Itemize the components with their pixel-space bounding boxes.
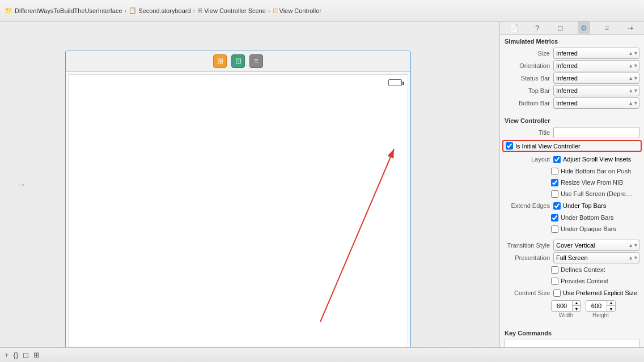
use-preferred-checkbox[interactable] [553, 289, 561, 297]
bottom-code-btn[interactable]: {} [14, 351, 19, 359]
topbar-row: Top Bar Inferred ▲▼ [500, 84, 644, 97]
resize-view-checkbox[interactable] [551, 179, 558, 186]
breadcrumb-folder[interactable]: 📁 DifferentWaysToBuildTheUserInterface [5, 7, 122, 15]
size-select-wrapper[interactable]: Inferred ▲▼ [553, 48, 639, 59]
simulated-metrics-header: Simulated Metrics [500, 35, 644, 47]
topbar-label: Top Bar [505, 87, 550, 94]
bottom-icons-left: + {} ◻ ⊞ [5, 351, 40, 359]
under-top-bars-row: Under Top Bars [553, 202, 606, 210]
scene-icon: ⊞ [197, 7, 202, 14]
content-size-label-row: Content Size Use Preferred Explicit Size [500, 287, 644, 299]
topbar-select-wrapper[interactable]: Inferred ▲▼ [553, 85, 639, 96]
breadcrumb-scene[interactable]: ⊞ View Controller Scene [197, 7, 266, 14]
full-screen-checkbox[interactable] [551, 190, 558, 198]
provides-context-checkbox[interactable] [551, 278, 558, 285]
presentation-select[interactable]: Full Screen [553, 252, 639, 263]
file-panel-btn[interactable]: 📄 [508, 22, 520, 34]
bottombar-select-wrapper[interactable]: Inferred ▲▼ [553, 97, 639, 109]
full-screen-label: Use Full Screen (Depre… [561, 190, 632, 197]
canvas-btn-gray[interactable]: ≡ [249, 54, 263, 68]
height-spinner-btns: ▲ ▼ [607, 300, 615, 312]
height-spinner-item: ▲ ▼ Height [586, 300, 616, 318]
size-row: Size Inferred ▲▼ [500, 47, 644, 59]
size-select[interactable]: Inferred [553, 48, 639, 59]
vc-section-header: View Controller [500, 114, 644, 126]
bottombar-select[interactable]: Inferred [553, 97, 639, 109]
right-panel: 📄 ? □ ⚙ ≡ ⇢ Simulated Metrics Size Infer… [499, 22, 644, 347]
defines-context-label: Defines Context [561, 266, 605, 273]
breadcrumb-sep-3: › [268, 7, 270, 14]
statusbar-select[interactable]: Inferred [553, 73, 639, 84]
breadcrumb-scene-label: View Controller Scene [204, 7, 266, 14]
width-up-btn[interactable]: ▲ [573, 300, 581, 306]
width-spinner-btns: ▲ ▼ [572, 300, 581, 312]
hide-bottom-bar-checkbox[interactable] [551, 168, 558, 175]
presentation-select-wrapper[interactable]: Full Screen ▲▼ [553, 252, 639, 263]
defines-context-checkbox[interactable] [551, 266, 558, 274]
width-input[interactable] [552, 303, 572, 309]
bottom-square-btn[interactable]: ◻ [23, 351, 29, 359]
transition-style-label: Transition Style [505, 242, 550, 249]
height-spinner-box[interactable]: ▲ ▼ [586, 300, 616, 312]
content-size-label: Content Size [505, 289, 550, 296]
breadcrumb-folder-label: DifferentWaysToBuildTheUserInterface [15, 7, 122, 14]
bottom-toolbar: + {} ◻ ⊞ [0, 347, 644, 362]
transition-style-select-wrapper[interactable]: Cover Vertical ▲▼ [553, 240, 639, 251]
orientation-select[interactable]: Inferred [553, 60, 639, 71]
height-up-btn[interactable]: ▲ [607, 300, 615, 306]
main-area: → ⊞ ⊡ ≡ [0, 22, 644, 347]
breadcrumb-storyboard[interactable]: 📋 Second.storyboard [129, 7, 190, 14]
orientation-label: Orientation [505, 62, 550, 69]
adjust-scroll-checkbox[interactable] [553, 156, 561, 163]
height-down-btn[interactable]: ▼ [607, 306, 615, 312]
canvas-inner [68, 74, 408, 347]
storyboard-icon: 📋 [129, 7, 137, 14]
bottom-add-btn[interactable]: + [5, 351, 9, 359]
extend-edges-label-row: Extend Edges Under Top Bars [500, 199, 644, 212]
attributes-panel-btn[interactable]: ⚙ [578, 22, 590, 34]
resize-view-row: Resize View From NIB [500, 177, 644, 188]
connections-panel-btn[interactable]: ⇢ [624, 22, 637, 34]
statusbar-label: Status Bar [505, 75, 550, 82]
size-label: Size [505, 50, 550, 57]
width-spinner-item: ▲ ▼ Width [551, 300, 581, 318]
breadcrumb-storyboard-label: Second.storyboard [138, 7, 190, 14]
topbar-select[interactable]: Inferred [553, 85, 639, 96]
transition-style-select[interactable]: Cover Vertical [553, 240, 639, 251]
layout-label-row: Layout Adjust Scroll View Insets [500, 153, 644, 165]
breadcrumb-sep-1: › [125, 7, 127, 14]
breadcrumb-vc[interactable]: ⊡ View Controller [273, 7, 321, 14]
height-input[interactable] [586, 303, 607, 309]
title-input[interactable] [553, 127, 639, 138]
width-down-btn[interactable]: ▼ [573, 306, 581, 312]
under-bottom-bars-checkbox[interactable] [551, 214, 558, 222]
storyboard-canvas[interactable]: ⊞ ⊡ ≡ [65, 50, 411, 347]
bottom-grid-btn[interactable]: ⊞ [33, 351, 40, 359]
width-spinner-box[interactable]: ▲ ▼ [551, 300, 581, 312]
size-panel-btn[interactable]: ≡ [601, 22, 613, 34]
orientation-row: Orientation Inferred ▲▼ [500, 59, 644, 72]
is-initial-vc-highlighted-row: Is Initial View Controller [502, 140, 642, 152]
folder-icon: 📁 [5, 7, 13, 15]
use-preferred-row: Use Preferred Explicit Size [553, 289, 637, 297]
under-top-bars-checkbox[interactable] [553, 202, 561, 210]
presentation-label: Presentation [505, 254, 550, 261]
under-opaque-bars-checkbox[interactable] [551, 225, 558, 233]
canvas-btn-orange[interactable]: ⊞ [213, 54, 227, 68]
vc-icon: ⊡ [273, 7, 278, 14]
under-bottom-bars-row: Under Bottom Bars [500, 212, 644, 223]
breadcrumb-vc-label: View Controller [279, 7, 321, 14]
under-bottom-bars-label: Under Bottom Bars [561, 214, 614, 221]
under-opaque-bars-label: Under Opaque Bars [561, 225, 616, 232]
breadcrumb: 📁 DifferentWaysToBuildTheUserInterface ›… [5, 7, 321, 15]
canvas-toolbar: ⊞ ⊡ ≡ [66, 50, 410, 72]
canvas-btn-teal[interactable]: ⊡ [231, 54, 245, 68]
orientation-select-wrapper[interactable]: Inferred ▲▼ [553, 60, 639, 71]
bottombar-row: Bottom Bar Inferred ▲▼ [500, 97, 644, 109]
identity-panel-btn[interactable]: □ [554, 22, 567, 34]
breadcrumb-sep-2: › [193, 7, 196, 14]
help-panel-btn[interactable]: ? [531, 22, 544, 34]
statusbar-select-wrapper[interactable]: Inferred ▲▼ [553, 73, 639, 84]
key-commands-section: Key Commands + − [500, 324, 644, 347]
is-initial-vc-checkbox[interactable] [506, 142, 513, 150]
